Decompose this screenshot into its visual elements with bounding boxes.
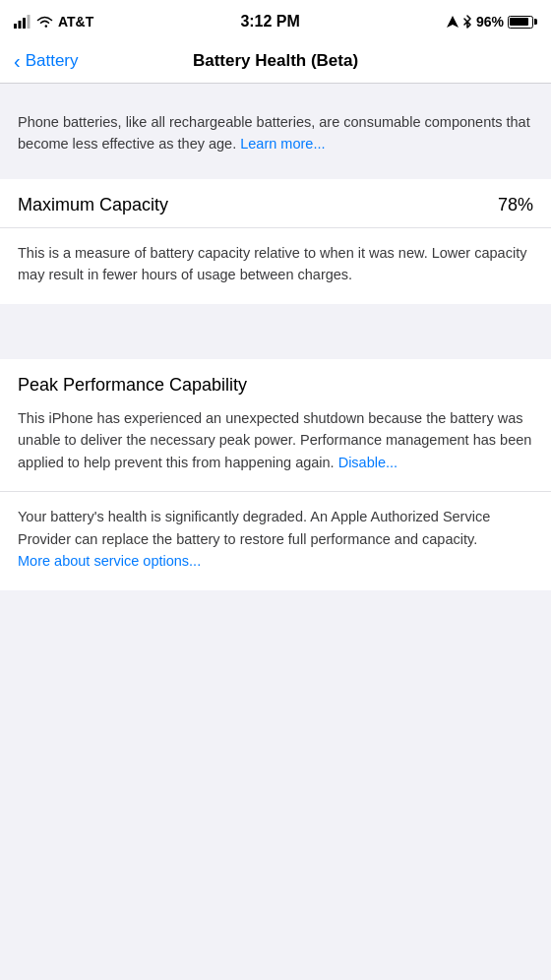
maximum-capacity-header: Maximum Capacity 78% <box>0 179 551 228</box>
intro-text: Phone batteries, like all rechargeable b… <box>18 111 533 155</box>
peak-performance-header: Peak Performance Capability <box>0 359 551 396</box>
service-options-link[interactable]: More about service options... <box>18 553 201 569</box>
learn-more-link[interactable]: Learn more... <box>240 136 325 152</box>
status-bar: AT&T 3:12 PM 96% <box>0 0 551 43</box>
maximum-capacity-title: Maximum Capacity <box>18 195 168 215</box>
bluetooth-icon <box>462 15 472 29</box>
svg-rect-1 <box>19 21 22 29</box>
status-left: AT&T <box>14 14 93 30</box>
wifi-icon <box>36 16 53 29</box>
peak-performance-title: Peak Performance Capability <box>18 375 533 396</box>
chevron-left-icon: ‹ <box>14 51 21 71</box>
section-divider-1 <box>0 332 551 359</box>
peak-performance-section: Peak Performance Capability This iPhone … <box>0 359 551 590</box>
peak-performance-footer: Your battery's health is significantly d… <box>0 492 551 589</box>
peak-performance-body: This iPhone has experienced an unexpecte… <box>0 396 551 492</box>
carrier-label: AT&T <box>58 14 93 30</box>
intro-section: Phone batteries, like all rechargeable b… <box>0 111 551 179</box>
svg-rect-3 <box>28 15 31 29</box>
nav-bar: ‹ Battery Battery Health (Beta) <box>0 43 551 84</box>
maximum-capacity-section: Maximum Capacity 78% This is a measure o… <box>0 179 551 304</box>
location-icon <box>447 16 459 28</box>
disable-link[interactable]: Disable... <box>338 455 398 470</box>
svg-rect-2 <box>23 18 26 29</box>
content-area: Phone batteries, like all rechargeable b… <box>0 84 551 590</box>
battery-percent: 96% <box>476 14 504 30</box>
back-button[interactable]: ‹ Battery <box>14 51 79 71</box>
maximum-capacity-value: 78% <box>498 195 533 215</box>
maximum-capacity-body: This is a measure of battery capacity re… <box>0 228 551 304</box>
back-label: Battery <box>26 51 79 71</box>
battery-status-icon <box>508 16 537 29</box>
signal-icon <box>14 15 31 29</box>
page-title: Battery Health (Beta) <box>193 51 358 71</box>
svg-rect-0 <box>14 24 17 29</box>
status-time: 3:12 PM <box>240 13 299 31</box>
status-right: 96% <box>447 14 537 30</box>
